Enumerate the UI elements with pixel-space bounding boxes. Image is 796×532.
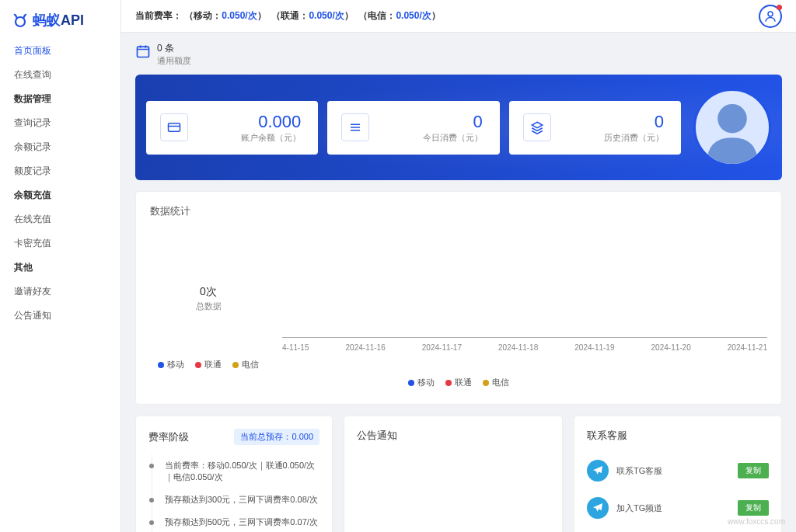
nav-heading: 其他 — [0, 256, 120, 280]
nav: 首页面板在线查询数据管理查询记录余额记录额度记录余额充值在线充值卡密充值其他邀请… — [0, 39, 120, 328]
ant-logo-icon — [11, 11, 30, 30]
chart-card: 数据统计 0次 总数据 移动联通电信 4-11-152024-11-162024… — [135, 191, 782, 405]
legend-item: 电信 — [232, 359, 259, 370]
quota-row: 0 条 通用额度 — [135, 42, 782, 67]
contact-title: 联系客服 — [587, 429, 769, 443]
legend-item: 电信 — [483, 377, 509, 388]
chart-area: 4-11-152024-11-162024-11-172024-11-18202… — [282, 231, 767, 355]
legend-item: 联通 — [445, 377, 472, 388]
rate-info: 当前费率： （移动：0.050/次） （联通：0.050/次） （电信：0.05… — [135, 9, 441, 23]
nav-item[interactable]: 余额记录 — [0, 135, 120, 159]
chart-legend: 移动联通电信 — [150, 377, 767, 388]
contact-label: 加入TG频道 — [616, 502, 730, 514]
user-avatar-button[interactable] — [759, 5, 782, 28]
telegram-icon — [587, 460, 609, 482]
menu-icon — [341, 113, 369, 141]
stat-label: 账户余额（元） — [241, 132, 301, 144]
tier-panel: 费率阶级 当前总预存：0.000 当前费率：移动0.050/次｜联通0.050/… — [135, 416, 333, 532]
nav-heading: 余额充值 — [0, 183, 120, 207]
stat-value: 0.000 — [241, 112, 301, 132]
notice-panel: 公告通知 — [344, 416, 563, 532]
tier-item: 预存额达到500元，三网下调费率0.07/次 — [152, 511, 319, 532]
stat-card: 0.000账户余额（元） — [146, 101, 318, 155]
svg-rect-3 — [169, 123, 180, 132]
x-tick: 2024-11-17 — [422, 343, 462, 352]
logo: 蚂蚁API — [0, 6, 120, 39]
chart-total: 0次 总数据 移动联通电信 — [150, 231, 267, 370]
nav-item[interactable]: 额度记录 — [0, 159, 120, 183]
logo-text: 蚂蚁API — [33, 11, 84, 30]
x-tick: 2024-11-19 — [574, 343, 614, 352]
stat-label: 历史消费（元） — [604, 132, 664, 144]
chart-title: 数据统计 — [150, 204, 767, 218]
svg-point-4 — [717, 104, 747, 134]
svg-point-1 — [768, 12, 773, 16]
nav-item[interactable]: 首页面板 — [0, 39, 120, 63]
tier-item: 预存额达到300元，三网下调费率0.08/次 — [152, 489, 319, 511]
nav-item[interactable]: 公告通知 — [0, 304, 120, 328]
nav-heading: 数据管理 — [0, 87, 120, 111]
nav-item[interactable]: 邀请好友 — [0, 280, 120, 304]
notice-title: 公告通知 — [357, 429, 550, 443]
stat-label: 今日消费（元） — [423, 132, 483, 144]
watermark: www.foxccs.com — [728, 517, 785, 526]
copy-button[interactable]: 复制 — [738, 463, 769, 478]
legend-item: 移动 — [158, 359, 184, 370]
contact-label: 联系TG客服 — [616, 465, 730, 477]
stat-value: 0 — [423, 112, 483, 132]
x-tick: 2024-11-16 — [346, 343, 386, 352]
svg-rect-2 — [138, 47, 149, 57]
contact-panel: 联系客服 联系TG客服复制加入TG频道复制TG机器人复制 — [574, 416, 782, 532]
contact-item: TG机器人复制 — [587, 527, 769, 532]
telegram-icon — [587, 497, 609, 519]
x-tick: 4-11-15 — [282, 343, 309, 352]
person-icon — [696, 91, 769, 164]
legend-item: 联通 — [195, 359, 222, 370]
nav-item[interactable]: 在线查询 — [0, 63, 120, 87]
quota-label: 通用额度 — [157, 55, 191, 67]
x-tick: 2024-11-18 — [498, 343, 538, 352]
calendar-icon — [135, 43, 151, 59]
stat-card: 0今日消费（元） — [327, 101, 499, 155]
sidebar: 蚂蚁API 首页面板在线查询数据管理查询记录余额记录额度记录余额充值在线充值卡密… — [0, 0, 121, 532]
tier-item: 当前费率：移动0.050/次｜联通0.050/次｜电信0.050/次 — [152, 454, 319, 489]
stats-banner: 0.000账户余额（元）0今日消费（元）0历史消费（元） — [135, 75, 782, 180]
tier-title: 费率阶级 — [148, 430, 189, 444]
user-icon — [763, 9, 777, 23]
topbar: 当前费率： （移动：0.050/次） （联通：0.050/次） （电信：0.05… — [121, 0, 796, 33]
nav-item[interactable]: 在线充值 — [0, 207, 120, 231]
legend-item: 移动 — [408, 377, 435, 388]
contact-item: 联系TG客服复制 — [587, 452, 769, 489]
layers-icon — [523, 113, 551, 141]
avatar-large — [693, 89, 771, 166]
nav-item[interactable]: 查询记录 — [0, 111, 120, 135]
copy-button[interactable]: 复制 — [738, 500, 769, 516]
stat-value: 0 — [604, 112, 664, 132]
x-tick: 2024-11-21 — [728, 343, 767, 352]
stat-card: 0历史消费（元） — [509, 101, 681, 155]
card-icon — [160, 113, 188, 141]
nav-item[interactable]: 卡密充值 — [0, 231, 120, 256]
tier-badge: 当前总预存：0.000 — [234, 429, 319, 445]
quota-count: 0 条 — [157, 42, 191, 55]
x-tick: 2024-11-20 — [651, 343, 691, 352]
